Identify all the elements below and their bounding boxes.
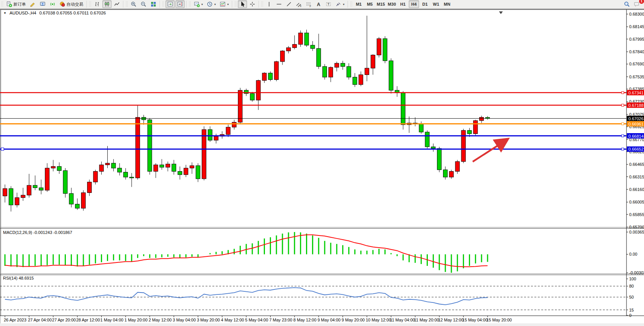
price-tick-label: 0.68145 (629, 24, 644, 29)
signals-button[interactable] (48, 0, 57, 8)
toolbar-grip (189, 1, 191, 7)
tf-mn-button[interactable]: MN (442, 0, 452, 8)
time-tick-label: 27 Apr 04:00 (28, 318, 51, 322)
tile-windows-button[interactable] (149, 0, 158, 8)
terminal-button[interactable] (38, 0, 47, 8)
shapes-icon (335, 1, 341, 7)
line-chart-icon (114, 1, 120, 7)
tf-d1-button[interactable]: D1 (420, 0, 430, 8)
search-button[interactable] (622, 0, 631, 8)
toolbar-separator (123, 1, 123, 8)
tf-h4-button[interactable]: H4 (409, 0, 419, 8)
toolbar: 新订单自动交易▾▾▾EFAT▾M1M5M15M30H1H4D1W1MN1 (0, 0, 644, 9)
styler-button[interactable] (28, 0, 37, 8)
rsi-tick-label: 0 (629, 313, 631, 318)
text-icon: A (316, 1, 322, 7)
tf-mn-label: MN (444, 2, 450, 6)
time-tick-label: 27 Apr 20:00 (52, 318, 76, 322)
macd-tick-label: 0.00 (629, 252, 637, 256)
chart-svg: 0.683000.681450.679950.678400.676900.675… (0, 9, 644, 326)
tf-m1-button[interactable]: M1 (354, 0, 364, 8)
text-button[interactable]: A (314, 0, 323, 8)
periods-icon (207, 1, 213, 7)
toolbar-grip (350, 1, 352, 7)
line-chart-button[interactable] (112, 0, 121, 8)
time-tick-label: 3 May 20:00 (197, 318, 220, 322)
svg-text:F: F (310, 5, 311, 8)
chevron-down-icon[interactable]: ▾ (201, 3, 203, 6)
time-tick-label: 3 May 04:00 (173, 318, 196, 322)
new-chart-icon (194, 1, 200, 7)
tf-h4-label: H4 (411, 2, 417, 6)
svg-text:0.66652: 0.66652 (628, 147, 644, 151)
text-label-icon: T (325, 1, 332, 7)
macd-tick-label: -0.00303 (629, 270, 644, 275)
toolbar-grip (89, 1, 91, 7)
resistance-line-2-price-tag: 0.67188 (627, 103, 644, 108)
new-chart-button[interactable]: ▾ (192, 0, 204, 8)
auto-trading-icon (59, 1, 65, 7)
text-label-button[interactable]: T (324, 0, 333, 8)
fibonacci-icon: F (306, 1, 312, 7)
notification-badge: 1 (639, 0, 644, 4)
time-tick-label: 4 May 12:00 (221, 318, 244, 322)
tf-h1-button[interactable]: H1 (398, 0, 408, 8)
periods-button[interactable]: ▾ (205, 0, 217, 8)
bar-chart-button[interactable] (92, 0, 102, 8)
support-line-1-price-tag: 0.66814 (627, 133, 644, 138)
tf-w1-button[interactable]: W1 (431, 0, 441, 8)
price-tick-label: 0.67690 (629, 62, 644, 66)
last-price-line-price-tag: 0.67026 (627, 116, 644, 121)
price-tick-label: 0.67840 (629, 49, 644, 54)
chart-menu-caret[interactable]: ▼ (3, 11, 6, 15)
vertical-line-button[interactable] (265, 0, 274, 8)
chart-shift-button[interactable] (175, 0, 185, 8)
toolbar-separator (159, 1, 160, 8)
tf-h1-label: H1 (400, 2, 406, 6)
cursor-button[interactable] (238, 0, 247, 8)
zoom-out-icon (140, 1, 147, 7)
tf-m15-button[interactable]: M15 (376, 0, 386, 8)
signals-icon (49, 1, 56, 7)
tf-m5-label: M5 (367, 2, 373, 6)
tf-d1-label: D1 (422, 2, 428, 6)
chevron-down-icon[interactable]: ▾ (227, 3, 229, 6)
templates-button[interactable]: ▾ (218, 0, 230, 8)
tf-m30-button[interactable]: M30 (387, 0, 397, 8)
time-tick-label: 9 May 04:00 (317, 318, 341, 322)
auto-trading-button[interactable]: 自动交易 (58, 0, 85, 8)
candle-chart-button[interactable] (102, 0, 112, 8)
support-line-2-price-tag: 0.66652 (627, 146, 644, 152)
time-tick-label: 26 Apr 2023 (4, 318, 26, 322)
fibonacci-button[interactable]: F (304, 0, 313, 8)
bar-chart-icon (94, 1, 100, 7)
chevron-down-icon[interactable]: ▾ (214, 3, 216, 6)
svg-text:E: E (300, 5, 302, 7)
time-tick-label: 11 May 20:00 (414, 318, 439, 322)
rsi-tick-label: 80 (629, 284, 634, 288)
new-order-button[interactable]: 新订单 (5, 0, 27, 8)
tf-m5-button[interactable]: M5 (365, 0, 375, 8)
pivot-line-price-tag: 0.66961 (627, 121, 644, 126)
trendline-icon (286, 1, 292, 7)
chart-symbol-period: AUDUSD-,H4 (10, 11, 36, 15)
toolbar-grip (261, 1, 263, 7)
trendline-button[interactable] (284, 0, 293, 8)
price-tick-label: 0.68300 (629, 12, 644, 16)
equidistant-channel-button[interactable]: E (294, 0, 303, 8)
horizontal-line-button[interactable] (274, 0, 284, 8)
shapes-button[interactable]: ▾ (334, 0, 346, 8)
price-tick-label: 0.67535 (629, 75, 644, 79)
zoom-out-button[interactable] (139, 0, 148, 8)
chart-window[interactable]: 0.683000.681450.679950.678400.676900.675… (0, 9, 644, 326)
tf-m30-label: M30 (388, 2, 396, 6)
auto-scroll-button[interactable] (166, 0, 175, 8)
auto-trading-label: 自动交易 (67, 2, 83, 7)
resistance-line-1-price-tag: 0.67341 (627, 90, 644, 95)
zoom-in-button[interactable] (129, 0, 138, 8)
crosshair-button[interactable] (248, 0, 257, 8)
chevron-down-icon[interactable]: ▾ (343, 3, 344, 6)
vertical-line-icon (266, 1, 272, 7)
time-tick-label: 10 May 12:00 (366, 318, 391, 322)
chart-shift-icon (177, 1, 183, 7)
